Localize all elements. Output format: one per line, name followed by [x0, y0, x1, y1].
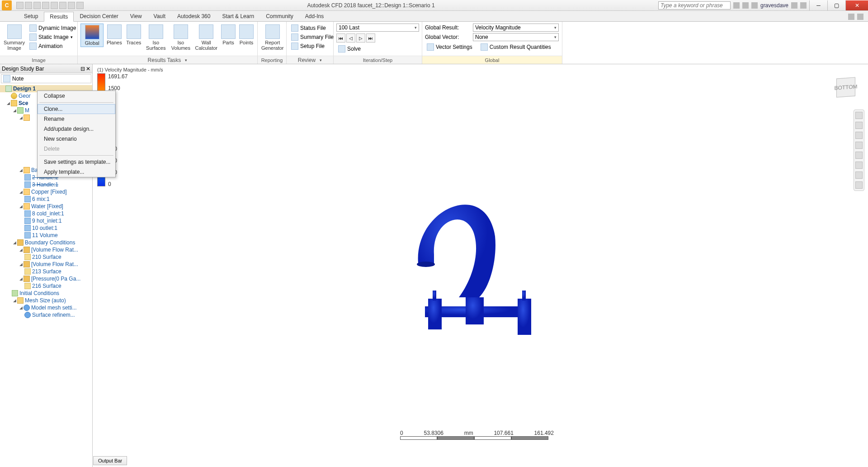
wall-calculator-button[interactable]: Wall Calculator	[194, 24, 218, 52]
static-image-button[interactable]: Static Image▾	[28, 33, 78, 42]
qat-new-icon[interactable]	[16, 2, 24, 9]
tree-water[interactable]: Water [Fixed]	[31, 203, 63, 210]
extra-icon[interactable]	[857, 14, 863, 20]
global-vector-dropdown[interactable]: None▾	[473, 33, 559, 41]
qat-save-icon[interactable]	[33, 2, 41, 9]
animation-button[interactable]: Animation	[28, 42, 78, 51]
iso-surfaces-button[interactable]: Iso Surfaces	[144, 24, 167, 52]
tree-volume[interactable]: 11 Volume	[32, 232, 58, 238]
tree-bc[interactable]: Boundary Conditions	[25, 239, 75, 246]
global-button[interactable]: Global	[80, 24, 104, 47]
output-bar-tab[interactable]: Output Bar	[93, 456, 127, 465]
status-file-button[interactable]: Status File	[289, 24, 335, 33]
extra-icon[interactable]	[848, 14, 854, 20]
tab-decision-center[interactable]: Decision Center	[74, 11, 124, 21]
summary-file-button[interactable]: Summary File	[289, 33, 335, 42]
custom-quantities-button[interactable]: Custom Result Quantities	[479, 43, 553, 52]
ctx-rename[interactable]: Rename	[38, 114, 115, 124]
tree-s210[interactable]: 210 Surface	[32, 254, 61, 260]
tree-geometry[interactable]: Geor	[19, 93, 31, 99]
qat-undo-icon[interactable]	[42, 2, 49, 9]
close-button[interactable]: ✕	[845, 0, 868, 10]
view-cube[interactable]: BOTTOM	[836, 77, 855, 98]
tree-mix[interactable]: 6 mix:1	[32, 196, 50, 202]
tree-materials[interactable]: M	[25, 107, 29, 114]
nav-misc-icon[interactable]	[855, 181, 863, 189]
tab-vault[interactable]: Vault	[148, 11, 171, 21]
ctx-save-template[interactable]: Save settings as template...	[38, 157, 115, 167]
zoom-fit-icon[interactable]	[855, 152, 863, 159]
step-first-button[interactable]: ⏮	[336, 33, 345, 43]
ctx-apply-template[interactable]: Apply template...	[38, 167, 115, 177]
maximize-button[interactable]: ▢	[827, 0, 845, 10]
planes-button[interactable]: Planes	[105, 24, 123, 46]
viewport-3d[interactable]: (1) Velocity Magnitude - mm/s 1691.67 15…	[93, 64, 868, 467]
points-button[interactable]: Points	[238, 24, 255, 46]
help-icon[interactable]	[800, 2, 807, 9]
parts-button[interactable]: Parts	[220, 24, 236, 46]
tree-scenario[interactable]: Sce	[19, 100, 28, 106]
summary-image-button[interactable]: Summary Image	[3, 24, 26, 52]
setup-file-button[interactable]: Setup File	[289, 42, 335, 51]
star-icon[interactable]	[742, 2, 749, 9]
tree-mesh[interactable]: Mesh Size (auto)	[25, 297, 66, 304]
look-icon[interactable]	[855, 162, 863, 169]
solve-button[interactable]: Solve	[336, 44, 419, 53]
zoom-icon[interactable]	[855, 142, 863, 149]
tree-init[interactable]: Initial Conditions	[19, 290, 59, 296]
tree-vfr1[interactable]: [Volume Flow Rat...	[31, 247, 78, 253]
pan-icon[interactable]	[855, 132, 863, 139]
iteration-dropdown[interactable]: 100 Last▾	[336, 24, 419, 32]
user-icon[interactable]	[751, 2, 758, 9]
pin-icon[interactable]: ⊟	[80, 66, 85, 72]
tree-copper[interactable]: Copper [Fixed]	[31, 189, 67, 195]
iso-volumes-button[interactable]: Iso Volumes	[169, 24, 192, 52]
tab-results[interactable]: Results	[44, 12, 74, 22]
tab-autodesk360[interactable]: Autodesk 360	[171, 11, 216, 21]
tree-hot[interactable]: 9 hot_inlet:1	[32, 218, 61, 224]
step-prev-button[interactable]: ◁	[346, 33, 355, 43]
tab-addins[interactable]: Add-Ins	[299, 11, 330, 21]
tree-model[interactable]: Model mesh setti...	[31, 305, 77, 311]
home-icon[interactable]	[855, 112, 863, 119]
tree-design[interactable]: Design 1	[13, 86, 36, 92]
global-result-dropdown[interactable]: Velocity Magnitude▾	[473, 24, 559, 32]
vector-settings-button[interactable]: Vector Settings	[425, 43, 474, 52]
orbit-icon[interactable]	[855, 122, 863, 129]
tree-press[interactable]: [Pressure(0 Pa Ga...	[31, 276, 80, 282]
tab-view[interactable]: View	[124, 11, 148, 21]
ctx-clone[interactable]: Clone...	[38, 104, 115, 114]
tree-outlet[interactable]: 10 outlet:1	[32, 225, 57, 231]
tree-surfref[interactable]: Surface refinem...	[32, 312, 75, 318]
step-last-button[interactable]: ⏭	[366, 33, 375, 43]
nav-misc-icon[interactable]	[855, 172, 863, 179]
ctx-collapse[interactable]: Collapse	[38, 91, 115, 101]
ctx-new-scenario[interactable]: New scenario	[38, 134, 115, 144]
user-name[interactable]: gravesdave	[760, 2, 788, 9]
favorites-icon[interactable]	[733, 2, 740, 9]
tab-start-learn[interactable]: Start & Learn	[216, 11, 260, 21]
qat-redo-icon[interactable]	[51, 2, 58, 9]
qat-open-icon[interactable]	[25, 2, 32, 9]
material-icon	[24, 114, 30, 121]
dsb-close-icon[interactable]: ✕	[86, 66, 90, 72]
tree-handle1[interactable]: 3 Handle:1	[32, 181, 58, 188]
tab-setup[interactable]: Setup	[18, 11, 44, 21]
dynamic-image-button[interactable]: Dynamic Image	[28, 24, 78, 33]
tree-cold[interactable]: 8 cold_inlet:1	[32, 210, 64, 217]
ctx-add-update-design[interactable]: Add/update design...	[38, 124, 115, 134]
note-field[interactable]: Note	[1, 74, 91, 83]
qat-item-icon[interactable]	[76, 2, 84, 9]
qat-item-icon[interactable]	[68, 2, 75, 9]
tree-s213[interactable]: 213 Surface	[32, 268, 61, 275]
traces-button[interactable]: Traces	[125, 24, 142, 46]
tab-community[interactable]: Community	[260, 11, 299, 21]
tree-s216[interactable]: 216 Surface	[32, 283, 61, 289]
exchange-icon[interactable]	[791, 2, 797, 9]
minimize-button[interactable]: ─	[809, 0, 827, 10]
search-input[interactable]	[658, 1, 731, 10]
step-next-button[interactable]: ▷	[356, 33, 365, 43]
tree-vfr2[interactable]: [Volume Flow Rat...	[31, 261, 78, 267]
report-generator-button[interactable]: Report Generator	[260, 24, 285, 52]
qat-item-icon[interactable]	[59, 2, 66, 9]
